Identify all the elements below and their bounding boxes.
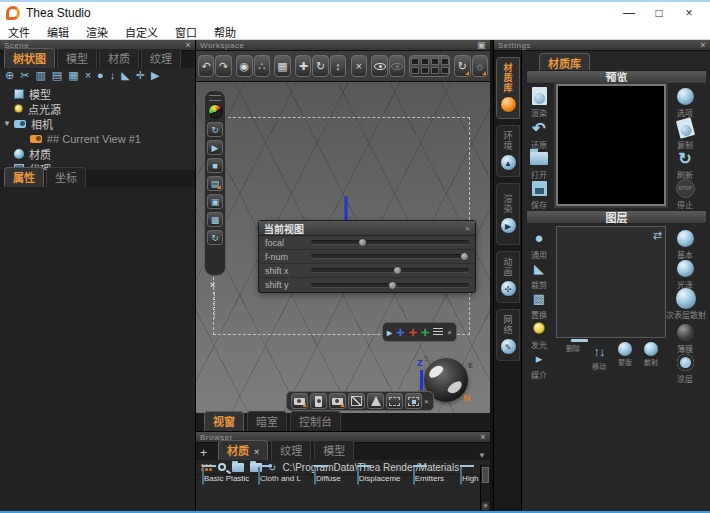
folder-item[interactable]: Emitters bbox=[413, 467, 444, 509]
swap-icon[interactable]: ⇄ bbox=[653, 229, 662, 242]
layer-coating-button[interactable]: 涂层 bbox=[670, 352, 700, 384]
camera-toolbar-close-icon[interactable]: × bbox=[424, 397, 429, 406]
sort-icon[interactable]: ↓ bbox=[110, 70, 116, 81]
add-icon[interactable]: ⊕ bbox=[5, 70, 14, 81]
tree-item-models[interactable]: 模型 bbox=[0, 86, 195, 101]
current-view-close-icon[interactable]: × bbox=[465, 224, 470, 233]
clone-button[interactable]: ▦ bbox=[274, 55, 290, 77]
scale-tool-button[interactable]: ↕ bbox=[330, 55, 346, 77]
menu-customize[interactable]: 自定义 bbox=[125, 24, 158, 40]
fit-view-icon[interactable]: ▶ bbox=[151, 70, 159, 81]
minimize-button[interactable]: — bbox=[614, 4, 644, 22]
duplicate-icon[interactable]: ▦ bbox=[68, 70, 78, 81]
folder-item[interactable]: Cloth and L bbox=[258, 467, 298, 509]
preview-stop-button[interactable]: STOP 停止 bbox=[670, 178, 700, 210]
camera-vertical-button[interactable] bbox=[310, 393, 327, 409]
move-tool-button[interactable]: ✚ bbox=[295, 55, 311, 77]
maximize-button[interactable]: □ bbox=[644, 4, 674, 22]
layer-emitter-button[interactable]: 发光 bbox=[524, 318, 554, 350]
viewport-settings-button[interactable]: ☼ bbox=[472, 55, 488, 77]
region-frame-button[interactable] bbox=[386, 393, 403, 409]
snap-close-icon[interactable]: × bbox=[447, 328, 452, 337]
expand-caret-icon[interactable]: ▼ bbox=[3, 119, 11, 128]
menu-edit[interactable]: 编辑 bbox=[47, 24, 69, 40]
layer-delete-button[interactable]: 删除 bbox=[560, 342, 586, 353]
focal-slider[interactable] bbox=[311, 240, 469, 245]
preview-revert-button[interactable]: ↶ 还原 bbox=[524, 118, 554, 150]
snap-axis-z-icon[interactable]: ✛ bbox=[396, 327, 404, 338]
region-dot-button[interactable] bbox=[405, 393, 422, 409]
layer-mask-button[interactable]: 蒙版 bbox=[612, 342, 638, 367]
fnum-slider[interactable] bbox=[311, 254, 469, 259]
folder-item[interactable]: Displaceme bbox=[357, 467, 397, 509]
tree-item-materials[interactable]: 材质 bbox=[0, 146, 195, 161]
shiftx-slider[interactable] bbox=[311, 268, 469, 273]
folder-item[interactable]: Basic Plastic bbox=[202, 467, 242, 509]
snap-axis-y-icon[interactable]: ✛ bbox=[421, 327, 429, 338]
layer-glossy-button[interactable]: 光泽 bbox=[670, 258, 700, 290]
layout-grid-button[interactable] bbox=[409, 55, 449, 77]
add-tab-button[interactable]: + bbox=[200, 446, 207, 460]
menu-help[interactable]: 帮助 bbox=[214, 24, 236, 40]
layer-thinfilm-button[interactable]: 薄膜 bbox=[670, 322, 700, 354]
tree-item-pointlight[interactable]: 点光源 bbox=[0, 101, 195, 116]
sidetab-material-lab[interactable]: 材质库 bbox=[496, 57, 520, 119]
viewport-3d[interactable]: ↻ ▶ ■ ▤ ▣ ▩ ↻ × 当前视图 × focal bbox=[196, 82, 490, 413]
menu-file[interactable]: 文件 bbox=[8, 24, 30, 40]
layer-basic-button[interactable]: 基本 bbox=[670, 228, 700, 260]
snap-list-icon[interactable] bbox=[433, 328, 443, 337]
display-button[interactable]: ▤ bbox=[207, 176, 223, 191]
close-button[interactable]: × bbox=[674, 4, 704, 22]
preview-render-button[interactable]: 渲染 bbox=[524, 86, 554, 118]
browser-close-icon[interactable]: × bbox=[480, 432, 486, 442]
delete-icon[interactable]: × bbox=[85, 70, 91, 81]
tab-textures[interactable]: 纹理 bbox=[141, 48, 181, 68]
preview-copy-button[interactable]: 复制 bbox=[670, 118, 700, 150]
hide-button[interactable] bbox=[389, 55, 405, 77]
sidetab-animation[interactable]: 动画 ✣ bbox=[496, 251, 520, 303]
camera-settings-button[interactable] bbox=[291, 393, 308, 409]
snap-cursor-icon[interactable]: ▸ bbox=[387, 327, 392, 338]
browser-scrollbar[interactable]: ▼ bbox=[480, 465, 490, 511]
preview-options-button[interactable]: 选项 bbox=[670, 86, 700, 118]
snap-axis-x-icon[interactable]: ✛ bbox=[408, 327, 416, 338]
render-toolbar-close-icon[interactable]: × bbox=[210, 280, 215, 290]
layer-clipping-button[interactable]: ◣ 裁剪 bbox=[524, 258, 554, 290]
pattern-button[interactable]: ▩ bbox=[207, 212, 223, 227]
current-view-header[interactable]: 当前视图 × bbox=[259, 221, 475, 236]
tree-item-current-view[interactable]: ## Current View #1 bbox=[0, 131, 195, 146]
cut-icon[interactable]: ✂ bbox=[20, 70, 29, 81]
menu-window[interactable]: 窗口 bbox=[175, 24, 197, 40]
redo-button[interactable]: ↷ bbox=[215, 55, 231, 77]
show-button[interactable] bbox=[371, 55, 387, 77]
layer-sss-button[interactable]: 次表层散射 bbox=[666, 288, 706, 320]
camera-next-button[interactable] bbox=[329, 393, 346, 409]
paste-icon[interactable]: ▤ bbox=[52, 70, 62, 81]
sidetab-network[interactable]: 网络 ✎ bbox=[496, 309, 520, 361]
tree-item-cameras[interactable]: ▼ 相机 bbox=[0, 116, 195, 131]
save-image-button[interactable]: ▣ bbox=[207, 194, 223, 209]
material-icon[interactable]: ● bbox=[97, 70, 104, 81]
fnum-slider-handle[interactable] bbox=[460, 252, 469, 261]
scrollbar-down-icon[interactable]: ▼ bbox=[482, 502, 489, 510]
copy-icon[interactable]: ▥ bbox=[35, 70, 45, 81]
focal-slider-handle[interactable] bbox=[358, 238, 367, 247]
pole-guide-button[interactable] bbox=[367, 393, 384, 409]
tab-properties[interactable]: 属性 bbox=[4, 167, 44, 187]
tab-console[interactable]: 控制台 bbox=[290, 411, 341, 431]
tab-tree[interactable]: 树状图 bbox=[4, 48, 55, 68]
layer-displacement-button[interactable]: ▩ 置换 bbox=[524, 288, 554, 320]
tab-viewport[interactable]: 视窗 bbox=[204, 411, 244, 431]
shifty-slider-handle[interactable] bbox=[388, 281, 397, 290]
stop-button[interactable]: ■ bbox=[207, 158, 223, 173]
tab-models[interactable]: 模型 bbox=[57, 48, 97, 68]
brush-icon[interactable]: ◣ bbox=[121, 70, 129, 81]
tab-darkroom[interactable]: 暗室 bbox=[247, 411, 287, 431]
select-points-button[interactable]: ∴ bbox=[254, 55, 270, 77]
folder-item[interactable]: High Reflec bbox=[460, 467, 480, 509]
preview-save-button[interactable]: 保存 bbox=[524, 178, 554, 210]
pivot-icon[interactable]: ✛ bbox=[136, 70, 145, 81]
rotate-tool-button[interactable]: ↻ bbox=[312, 55, 328, 77]
diagonal-guide-button[interactable] bbox=[348, 393, 365, 409]
sidetab-render[interactable]: 渲染 ▶ bbox=[496, 183, 520, 245]
